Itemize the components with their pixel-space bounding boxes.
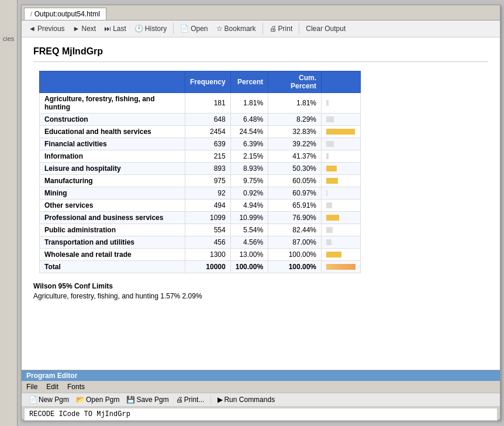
table-row: Professional and business services109910… [40,212,361,224]
next-icon: ► [73,25,80,33]
run-icon: ▶ [218,396,223,404]
sep2 [263,23,263,35]
next-label: Next [81,25,96,33]
open-button[interactable]: 📄 Open [177,23,211,34]
frequency-table: Frequency Percent Cum. Percent Agricultu… [39,71,361,273]
print-pgm-button[interactable]: 🖨 Print... [174,395,207,404]
previous-button[interactable]: ◄ Previous [25,23,68,34]
history-label: History [145,25,167,33]
print-pgm-label: Print... [184,396,205,404]
last-button[interactable]: ⏭ Last [101,23,130,34]
history-icon: 🕐 [134,25,143,33]
table-row: Financial activities6396.39%39.22% [40,138,361,150]
table-row: Leisure and hospitality8938.93%50.30% [40,163,361,175]
tab-icon: / [30,11,32,18]
open-pgm-button[interactable]: 📂 Open Pgm [74,395,122,404]
open-pgm-label: Open Pgm [86,396,119,404]
bookmark-button[interactable]: ☆ Bookmark [213,23,260,34]
sep1 [173,23,174,35]
menu-edit[interactable]: Edit [46,383,58,391]
col-header-percent: Percent [230,71,268,93]
tab-bar: / Output:output54.html [22,5,500,20]
new-pgm-icon: 📄 [29,396,37,404]
print-label: Print [278,25,293,33]
col-header-bar [322,71,361,93]
divider [33,61,488,62]
program-editor: Program Editor File Edit Fonts 📄 New Pgm… [22,370,500,420]
history-button[interactable]: 🕐 History [131,23,170,34]
open-pgm-icon: 📂 [76,396,85,404]
program-editor-title: Program Editor [22,370,500,381]
program-toolbar: 📄 New Pgm 📂 Open Pgm 💾 Save Pgm 🖨 Print.… [22,393,500,407]
wilson-text: Agriculture, forestry, fishing, and hunt… [33,292,488,300]
menu-fonts[interactable]: Fonts [67,383,85,391]
run-label: Run Commands [224,396,275,404]
new-pgm-button[interactable]: 📄 New Pgm [26,395,71,404]
table-total-row: Total10000100.00%100.00% [40,261,361,273]
prog-sep [210,395,211,404]
new-pgm-label: New Pgm [39,396,69,404]
table-row: Mining920.92%60.97% [40,187,361,200]
open-label: Open [191,25,208,33]
clear-output-button[interactable]: Clear Output [302,23,349,34]
content-area: FREQ MjIndGrp Frequency Percent Cum. Per… [22,37,500,370]
wilson-title: Wilson 95% Conf Limits [33,282,488,290]
wilson-section: Wilson 95% Conf Limits Agriculture, fore… [33,282,488,300]
tab-label: Output:output54.html [34,10,100,18]
bookmark-icon: ☆ [216,25,223,33]
next-button[interactable]: ► Next [70,23,100,34]
col-header-cum-percent: Cum. Percent [268,71,322,93]
table-row: Educational and health services245424.54… [40,126,361,138]
gutter-text: cies [3,35,15,42]
save-pgm-label: Save Pgm [136,396,168,404]
col-header-frequency: Frequency [185,71,231,93]
sep3 [299,23,299,35]
code-input[interactable]: RECODE ICode TO MjIndGrp [24,408,498,421]
table-row: Construction6486.48%8.29% [40,114,361,126]
table-row: Public administration5545.54%82.44% [40,224,361,236]
previous-icon: ◄ [29,25,36,33]
output-tab[interactable]: / Output:output54.html [24,8,106,20]
table-row: Information2152.15%41.37% [40,150,361,163]
table-row: Agriculture, forestry, fishing, and hunt… [40,93,361,114]
toolbar: ◄ Previous ► Next ⏭ Last 🕐 History 📄 Ope… [22,20,500,37]
run-commands-button[interactable]: ▶ Run Commands [215,395,277,404]
print-pgm-icon: 🖨 [176,396,183,404]
menu-file[interactable]: File [26,383,37,391]
last-label: Last [113,25,126,33]
clear-output-label: Clear Output [306,25,346,33]
bookmark-label: Bookmark [225,25,256,33]
table-row: Other services4944.94%65.91% [40,200,361,212]
previous-label: Previous [37,25,65,33]
table-row: Transportation and utilities4564.56%87.0… [40,236,361,249]
save-pgm-icon: 💾 [126,396,135,404]
save-pgm-button[interactable]: 💾 Save Pgm [124,395,171,404]
last-icon: ⏭ [104,25,111,33]
table-row: Manufacturing9759.75%60.05% [40,175,361,187]
program-menu: File Edit Fonts [22,381,500,393]
col-header-label [40,71,185,93]
print-icon: 🖨 [270,25,277,33]
open-icon: 📄 [180,25,189,33]
table-row: Wholesale and retail trade130013.00%100.… [40,249,361,261]
print-button[interactable]: 🖨 Print [266,23,296,34]
output-title: FREQ MjIndGrp [33,46,488,57]
